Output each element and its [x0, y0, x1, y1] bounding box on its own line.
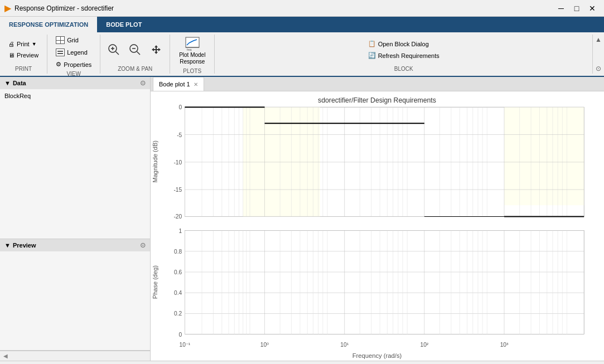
legend-button[interactable]: Legend: [52, 47, 95, 58]
ribbon-group-view-label: VIEW: [66, 70, 81, 77]
svg-text:0: 0: [179, 332, 182, 338]
ribbon-group-zoom-pan: ZOOM & PAN: [100, 35, 170, 74]
ribbon-group-plots: freq Plot ModelResponse PLOTS: [170, 35, 215, 74]
minimize-button[interactable]: ─: [554, 2, 568, 14]
zoom-in-button[interactable]: [105, 42, 123, 57]
preview-section-content: [0, 251, 150, 348]
svg-text:10³: 10³: [500, 342, 509, 348]
print-dropdown-arrow: ▼: [32, 41, 37, 47]
legend-icon: [56, 48, 65, 56]
preview-section-settings-icon: ⊙: [140, 241, 146, 249]
svg-text:-20: -20: [173, 213, 182, 220]
svg-text:Magnitude (dB): Magnitude (dB): [152, 140, 158, 183]
ribbon-collapse-controls: ▲ ⊙: [592, 35, 604, 74]
left-panel: ▼ Data ⊙ BlockReq ▼ Preview ⊙ ◀: [0, 77, 151, 361]
data-section-content: BlockReq: [0, 89, 150, 111]
svg-text:10²: 10²: [420, 342, 428, 348]
list-item[interactable]: BlockReq: [4, 91, 146, 100]
zoom-out-icon: [129, 43, 141, 56]
svg-text:Frequency (rad/s): Frequency (rad/s): [352, 352, 402, 359]
ribbon-group-print: 🖨 Print ▼ 🖥 Preview PRINT: [0, 35, 47, 74]
tab-bode-plot-1[interactable]: Bode plot 1 ✕: [153, 77, 204, 91]
tab-close-button[interactable]: ✕: [194, 81, 198, 88]
app-icon: ▶: [4, 3, 11, 13]
tab-bode-plot[interactable]: BODE PLOT: [97, 17, 151, 32]
plot-model-response-label: Plot ModelResponse: [179, 52, 205, 65]
close-button[interactable]: ✕: [585, 2, 600, 14]
right-panel: Bode plot 1 ✕ sdorectifier/Filter Design…: [151, 77, 604, 361]
ribbon-collapse-button[interactable]: ▲: [594, 36, 603, 43]
data-section-label: Data: [13, 80, 26, 86]
svg-text:Phase (deg): Phase (deg): [152, 265, 158, 299]
data-section-arrow: ▼: [4, 80, 11, 86]
preview-section-label: Preview: [13, 242, 36, 249]
svg-rect-75: [185, 231, 584, 334]
chart-title: sdorectifier/Filter Design Requirements: [318, 96, 436, 104]
ribbon-group-zoom-content: [105, 35, 165, 65]
left-panel-scroll: ◀: [0, 351, 150, 361]
svg-text:10⁰: 10⁰: [260, 342, 269, 348]
window-title: Response Optimizer - sdorectifier: [15, 4, 114, 12]
svg-line-1: [116, 52, 119, 55]
data-section: ▼ Data ⊙ BlockReq: [0, 77, 150, 239]
svg-rect-12: [504, 107, 584, 205]
plot-model-response-icon: freq: [185, 36, 200, 52]
restore-button[interactable]: □: [569, 2, 584, 14]
ribbon-toolbar: 🖨 Print ▼ 🖥 Preview PRINT: [0, 32, 604, 77]
pan-button[interactable]: [147, 42, 165, 57]
svg-text:-5: -5: [177, 132, 182, 138]
ribbon-group-plots-content: freq Plot ModelResponse: [176, 35, 209, 67]
scroll-left-icon[interactable]: ◀: [3, 353, 8, 359]
svg-text:0.6: 0.6: [174, 269, 182, 275]
refresh-requirements-button[interactable]: 🔄 Refresh Requirements: [364, 50, 443, 61]
title-bar: ▶ Response Optimizer - sdorectifier ─ □ …: [0, 0, 604, 17]
preview-icon: 🖥: [8, 52, 15, 59]
plot-model-response-button[interactable]: freq Plot ModelResponse: [176, 35, 209, 67]
svg-text:freq: freq: [187, 48, 192, 51]
bode-chart: sdorectifier/Filter Design Requirements: [151, 91, 604, 361]
ribbon-group-block-content: 📋 Open Block Dialog 🔄 Refresh Requiremen…: [364, 35, 443, 65]
data-section-header[interactable]: ▼ Data ⊙: [0, 77, 150, 89]
svg-text:-10: -10: [173, 159, 182, 166]
svg-rect-7: [186, 37, 199, 47]
ribbon-tab-bar: RESPONSE OPTIMIZATION BODE PLOT: [0, 17, 604, 32]
svg-text:0: 0: [179, 104, 182, 110]
ribbon-group-print-content: 🖨 Print ▼ 🖥 Preview: [4, 35, 42, 65]
properties-button[interactable]: ⚙ Properties: [52, 59, 95, 70]
data-section-settings-icon: ⊙: [140, 79, 146, 87]
ribbon-group-block-label: BLOCK: [394, 65, 413, 74]
preview-section-arrow: ▼: [4, 242, 11, 249]
svg-text:-15: -15: [173, 187, 182, 193]
print-icon: 🖨: [8, 41, 15, 47]
svg-line-5: [137, 52, 141, 55]
main-layout: ▼ Data ⊙ BlockReq ▼ Preview ⊙ ◀: [0, 77, 604, 361]
tab-bode-plot-1-label: Bode plot 1: [159, 81, 190, 88]
window-controls: ─ □ ✕: [554, 2, 600, 14]
ribbon-group-view-content: Grid Legend ⚙ Properties: [52, 35, 95, 70]
svg-text:10¹: 10¹: [340, 342, 349, 348]
tab-bar: Bode plot 1 ✕: [151, 77, 604, 91]
ribbon-expand-button[interactable]: ⊙: [594, 65, 603, 72]
open-block-dialog-icon: 📋: [368, 40, 376, 47]
svg-text:10⁻¹: 10⁻¹: [179, 342, 190, 348]
pan-icon: [150, 43, 162, 56]
zoom-out-button[interactable]: [126, 42, 144, 57]
grid-button[interactable]: Grid: [52, 35, 95, 46]
ribbon-group-view: Grid Legend ⚙ Properties VIEW: [47, 35, 100, 74]
preview-button[interactable]: 🖥 Preview: [4, 50, 42, 60]
grid-icon: [56, 36, 65, 44]
svg-text:0.4: 0.4: [174, 290, 182, 296]
tab-response-optimization[interactable]: RESPONSE OPTIMIZATION: [0, 17, 97, 32]
status-bar: Update block: [0, 361, 604, 364]
plot-area: sdorectifier/Filter Design Requirements: [151, 91, 604, 361]
svg-text:0.2: 0.2: [174, 311, 182, 317]
svg-text:0.8: 0.8: [174, 249, 182, 255]
ribbon-group-block: 📋 Open Block Dialog 🔄 Refresh Requiremen…: [215, 35, 592, 74]
print-button[interactable]: 🖨 Print ▼: [4, 39, 42, 49]
open-block-dialog-button[interactable]: 📋 Open Block Dialog: [364, 38, 443, 49]
preview-section-header[interactable]: ▼ Preview ⊙: [0, 239, 150, 251]
properties-icon: ⚙: [56, 61, 61, 68]
refresh-requirements-icon: 🔄: [368, 52, 376, 59]
ribbon-group-plots-label: PLOTS: [183, 67, 201, 74]
svg-text:1: 1: [179, 228, 182, 234]
